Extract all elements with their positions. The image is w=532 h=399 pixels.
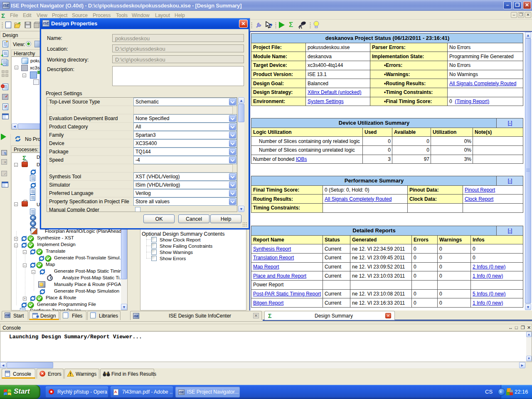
svg-text:?: ? <box>269 22 273 29</box>
